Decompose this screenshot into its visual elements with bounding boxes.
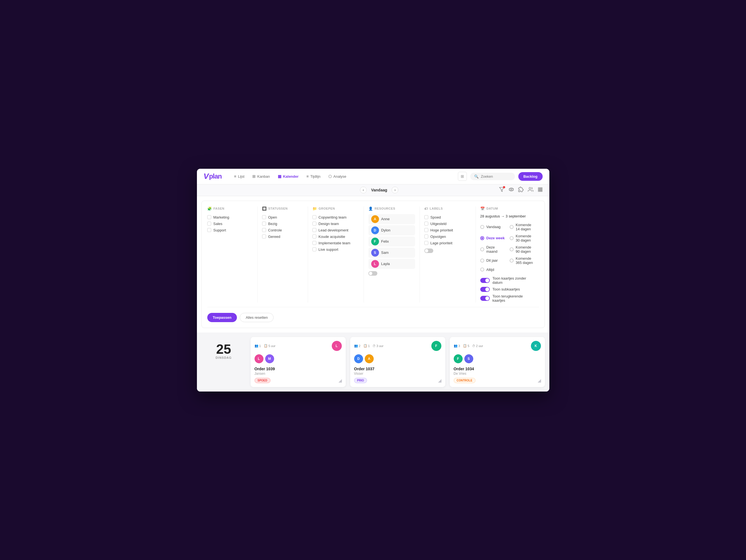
card-subtitle-1039: Jansen (255, 372, 342, 375)
layla-avatar: L (371, 260, 379, 268)
settings-icon[interactable] (538, 187, 543, 194)
filter-live-support[interactable]: Live support (312, 246, 358, 253)
filter-copywriting-team[interactable]: Copywriting team (312, 214, 358, 221)
people-icon2: 👥 (354, 344, 358, 347)
date-vandaag[interactable]: Vandaag (480, 222, 505, 232)
task-icon3: 📋 (463, 344, 467, 347)
marketing-checkbox[interactable] (207, 215, 211, 219)
action-buttons: Toepassen Alles resetten (207, 312, 539, 322)
statussen-icon: 🔲 (262, 206, 267, 211)
card-order-1039[interactable]: 👥 1 📋 5 uur L L M Order 10 (251, 337, 346, 387)
support-checkbox[interactable] (207, 228, 211, 232)
view-icon[interactable] (509, 187, 514, 194)
card-avatar-2: M (265, 354, 274, 363)
filter-support[interactable]: Support (207, 227, 253, 233)
nav-kalender[interactable]: ▦ Kalender (275, 172, 302, 180)
groepen-icon: 📁 (312, 206, 317, 211)
date-komende90[interactable]: Komende 90 dagen (510, 244, 535, 255)
puzzle-icon[interactable] (518, 187, 524, 194)
card-avatar-4: A (365, 354, 374, 363)
day-name: DINSDAG (216, 356, 232, 359)
filter-sales[interactable]: Sales (207, 221, 253, 227)
date-dezemaand[interactable]: Deze maand (480, 244, 505, 255)
card-avatars-1037: D A (354, 354, 441, 363)
labels-toggle[interactable] (424, 249, 433, 253)
card-avatar-1: L (255, 354, 263, 363)
apply-button[interactable]: Toepassen (207, 313, 237, 322)
dylon-avatar: D (371, 226, 379, 234)
resource-sam[interactable]: S Sam (368, 248, 415, 258)
date-komende14[interactable]: Komende 14 dagen (510, 222, 535, 232)
toggle-terugkerende[interactable]: Toon terugkerende kaartjes (480, 294, 535, 303)
svg-rect-5 (538, 190, 539, 191)
corner-arrow-1037: ◢ (438, 378, 441, 383)
nav-analyse[interactable]: ⬡ Analyse (325, 172, 350, 180)
datum-header: 📅 DATUM (480, 206, 535, 211)
filter-controle[interactable]: Controle (262, 227, 303, 233)
resources-toggle[interactable] (368, 271, 377, 276)
next-arrow[interactable]: › (392, 187, 398, 193)
toggle-subkaartjes[interactable]: Toon subkaartjes (480, 287, 535, 292)
time-icon2: ⏱ (373, 344, 376, 347)
filter-bezig[interactable]: Bezig (262, 221, 303, 227)
filter-icon[interactable] (499, 187, 505, 194)
anne-avatar: A (371, 215, 379, 223)
task-icon: 📋 (264, 344, 268, 347)
groups-scroll[interactable]: Copywriting team Design team Lead develo… (312, 214, 359, 253)
day-label: 25 DINSDAG (201, 337, 246, 387)
card-title-1039: Order 1039 (255, 367, 342, 371)
svg-rect-4 (538, 189, 539, 190)
reset-button[interactable]: Alles resetten (240, 313, 274, 322)
time-icon3: ⏱ (472, 344, 475, 347)
filter-fasen: 🧩 FASEN Marketing Sales Support (207, 206, 258, 303)
corner-arrow-1034: ◢ (538, 378, 541, 383)
date-dezeweek[interactable]: Deze week (480, 233, 505, 244)
search-bar[interactable]: 🔍 (470, 173, 515, 180)
toggle-zonder-datum[interactable]: Toon kaartjes zonder datum (480, 276, 535, 285)
svg-rect-8 (540, 190, 541, 191)
date-altijd[interactable]: Altijd (480, 267, 505, 273)
label-spoed[interactable]: Spoed (424, 214, 471, 221)
logo: Vplan (204, 172, 222, 181)
date-komende30[interactable]: Komende 30 dagen (510, 233, 535, 244)
card-order-1034[interactable]: 👥 3 📋 5 ⏱ 2 uur K (450, 337, 545, 387)
filter-datum: 📅 DATUM 28 augustus → 3 september Vandaa… (476, 206, 539, 303)
label-hoge-prioriteit[interactable]: Hoge prioriteit (424, 227, 471, 233)
filter-design-team[interactable]: Design team (312, 221, 358, 227)
backlog-button[interactable]: Backlog (518, 172, 543, 181)
card-order-1037[interactable]: 👥 2 📋 1 ⏱ 3 uur F (350, 337, 445, 387)
date-komende365[interactable]: Komende 365 dagen (510, 255, 535, 266)
filter-lead-development[interactable]: Lead development (312, 227, 358, 233)
kalender-icon: ▦ (278, 174, 281, 178)
nav-kanban[interactable]: ⊞ Kanban (249, 172, 273, 180)
nav-tijdlijn[interactable]: ≡ Tijdlijn (303, 172, 324, 180)
label-uitgesteld[interactable]: Uitgesteld (424, 221, 471, 227)
team-icon[interactable] (527, 187, 534, 194)
resource-felix[interactable]: F Felix (368, 236, 415, 247)
search-input[interactable] (481, 174, 511, 178)
date-ditjaar[interactable]: Dit jaar (480, 255, 505, 266)
nav-lijst[interactable]: ≡ Lijst (231, 172, 248, 180)
resource-anne[interactable]: A Anne (368, 214, 415, 224)
header-right: ⊞ 🔍 Backlog (458, 172, 543, 181)
card-header-1034: 👥 3 📋 5 ⏱ 2 uur K (454, 341, 541, 351)
filter-koude-acquisitie[interactable]: Koude acquisitie (312, 233, 358, 240)
filter-groepen: 📁 GROEPEN Copywriting team Design team L… (308, 206, 364, 303)
filter-marketing[interactable]: Marketing (207, 214, 253, 221)
label-lage-prioriteit[interactable]: Lage prioriteit (424, 240, 471, 246)
filter-open[interactable]: Open (262, 214, 303, 221)
label-opvolgen[interactable]: Opvolgen (424, 233, 471, 240)
svg-point-1 (511, 189, 512, 190)
prev-arrow[interactable]: ‹ (360, 187, 367, 193)
resource-dylon[interactable]: D Dylon (368, 225, 415, 235)
filter-implementatie-team[interactable]: Implementatie team (312, 240, 358, 246)
svg-rect-6 (540, 188, 541, 189)
card-tag-1037: PRIO (354, 378, 367, 383)
search-icon: 🔍 (474, 174, 479, 178)
resource-layla[interactable]: L Layla (368, 259, 415, 269)
card-title-1034: Order 1034 (454, 367, 541, 371)
expand-button[interactable]: ⊞ (458, 172, 467, 181)
card-title-1037: Order 1037 (354, 367, 441, 371)
sales-checkbox[interactable] (207, 222, 211, 226)
filter-gereed[interactable]: Gereed (262, 233, 303, 240)
